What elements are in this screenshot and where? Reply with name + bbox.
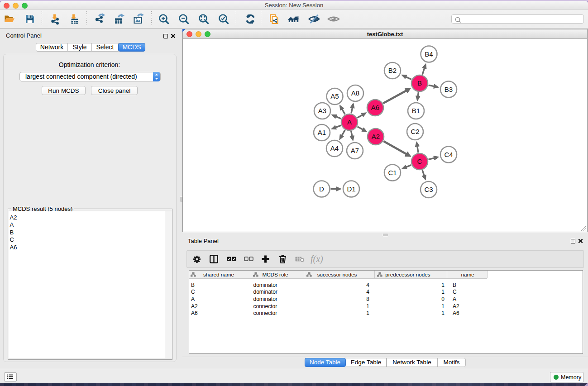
svg-text:C: C — [417, 157, 422, 165]
svg-text:A8: A8 — [351, 89, 359, 97]
svg-text:B4: B4 — [425, 50, 433, 58]
svg-text:D1: D1 — [347, 185, 355, 193]
svg-text:A3: A3 — [318, 107, 326, 114]
svg-text:B2: B2 — [388, 67, 397, 74]
svg-text:A2: A2 — [372, 133, 380, 140]
svg-text:A5: A5 — [330, 92, 339, 100]
svg-text:C4: C4 — [444, 151, 453, 158]
svg-text:A6: A6 — [371, 104, 379, 111]
svg-text:B: B — [417, 79, 422, 87]
svg-text:B3: B3 — [445, 86, 453, 93]
svg-text:A7: A7 — [351, 147, 359, 154]
svg-text:D: D — [319, 185, 324, 193]
svg-text:B1: B1 — [412, 107, 420, 114]
svg-text:A4: A4 — [330, 144, 339, 152]
svg-text:C2: C2 — [411, 128, 419, 135]
svg-text:C1: C1 — [388, 169, 397, 176]
svg-text:A: A — [347, 118, 352, 126]
svg-text:A1: A1 — [318, 129, 326, 136]
svg-text:C3: C3 — [424, 186, 433, 193]
